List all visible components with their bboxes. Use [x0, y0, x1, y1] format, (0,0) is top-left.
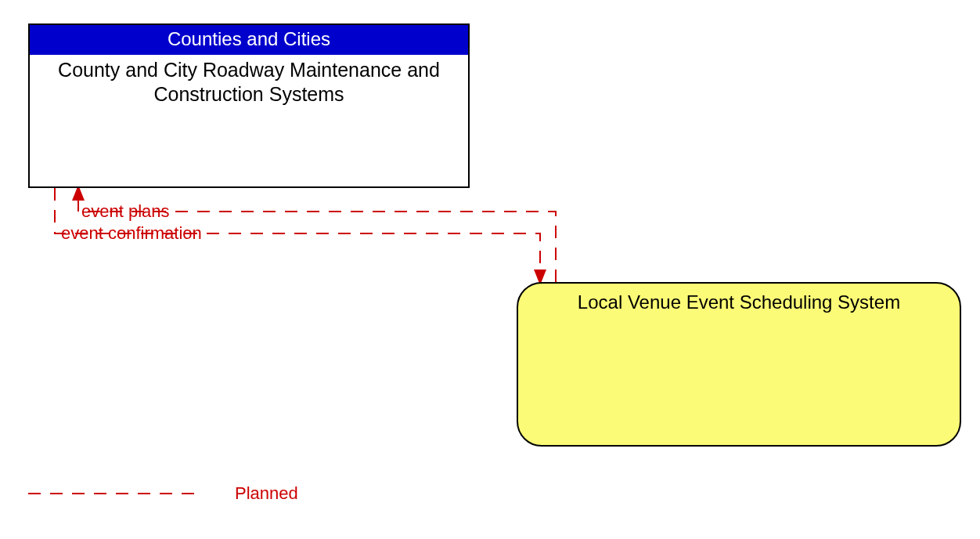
entity-local-venue-label: Local Venue Event Scheduling System [518, 284, 960, 313]
entity-counties-cities-header: Counties and Cities [30, 25, 468, 55]
entity-local-venue: Local Venue Event Scheduling System [517, 282, 961, 447]
legend-planned-label: Planned [235, 483, 298, 504]
flow-label-event-confirmation: event confirmation [61, 223, 202, 244]
entity-counties-cities: Counties and Cities County and City Road… [28, 24, 470, 188]
entity-counties-cities-body: County and City Roadway Maintenance and … [30, 55, 468, 107]
flow-label-event-plans: event plans [81, 201, 170, 222]
